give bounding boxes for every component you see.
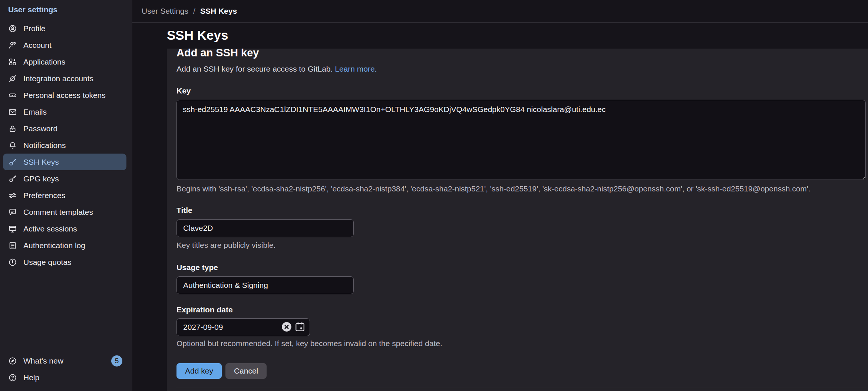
usage-type-value: Authentication & Signing	[183, 281, 268, 290]
expiration-date-input[interactable]	[177, 323, 281, 332]
app-root: User settings Profile Account Applicatio…	[0, 0, 868, 391]
sidebar-item-preferences[interactable]: Preferences	[3, 187, 126, 204]
page-title: SSH Keys	[167, 27, 868, 43]
sidebar-item-label: Emails	[23, 108, 47, 116]
usage-type-select[interactable]: Authentication & Signing	[176, 276, 354, 294]
form-actions: Add key Cancel	[176, 363, 866, 379]
monitor-icon	[8, 224, 17, 233]
sidebar-item-profile[interactable]: Profile	[3, 20, 126, 37]
key-label: Key	[176, 87, 866, 95]
email-icon	[8, 108, 17, 116]
whats-new-count-badge: 5	[111, 355, 122, 367]
sidebar-footer: What's new 5 Help	[0, 352, 132, 391]
sidebar-item-label: Notifications	[23, 141, 66, 150]
sidebar-item-label: SSH Keys	[23, 158, 59, 167]
expiration-date-field[interactable]	[176, 318, 310, 336]
sidebar-item-password[interactable]: Password	[3, 120, 126, 137]
expiration-date-label: Expiration date	[176, 306, 866, 314]
token-icon	[8, 91, 17, 100]
sidebar-item-label: Profile	[23, 24, 46, 33]
bell-icon	[8, 141, 17, 150]
log-icon	[8, 241, 17, 250]
compass-icon	[8, 356, 17, 365]
cancel-button[interactable]: Cancel	[225, 363, 267, 379]
add-ssh-key-panel: Add an SSH key Add an SSH key for secure…	[167, 49, 868, 391]
sidebar-item-label: Help	[23, 373, 39, 382]
calendar-button[interactable]	[294, 321, 306, 333]
sidebar-title: User settings	[8, 5, 132, 14]
ssh-key-textarea[interactable]: ssh-ed25519 AAAAC3NzaC1lZDI1NTE5AAAAIMW3…	[176, 100, 866, 180]
clear-circle-x-icon	[281, 321, 292, 334]
sidebar-item-label: GPG keys	[23, 174, 59, 183]
sidebar-item-label: Integration accounts	[23, 74, 93, 83]
add-key-button[interactable]: Add key	[176, 363, 222, 379]
sidebar-item-help[interactable]: Help	[3, 369, 126, 386]
key-hint: Begins with 'ssh-rsa', 'ecdsa-sha2-nistp…	[176, 184, 866, 193]
key-icon	[8, 158, 17, 167]
sidebar-item-comment-templates[interactable]: Comment templates	[3, 204, 126, 220]
sidebar-item-ssh-keys[interactable]: SSH Keys	[3, 154, 126, 170]
key-icon	[8, 174, 17, 183]
integration-icon	[8, 74, 17, 83]
sidebar-item-integration-accounts[interactable]: Integration accounts	[3, 70, 126, 87]
sidebar-item-label: Applications	[23, 58, 65, 66]
expiration-hint: Optional but recommended. If set, key be…	[176, 339, 866, 348]
sidebar-item-label: Account	[23, 41, 52, 50]
usage-type-label: Usage type	[176, 263, 866, 272]
calendar-icon	[294, 321, 306, 334]
description-text: Add an SSH key for secure access to GitL…	[176, 65, 333, 73]
sidebar-item-label: Password	[23, 124, 57, 133]
breadcrumb-user-settings[interactable]: User Settings	[142, 7, 188, 16]
section-divider	[176, 388, 866, 388]
clear-date-button[interactable]	[281, 321, 293, 333]
sidebar-item-whats-new[interactable]: What's new 5	[3, 352, 126, 369]
applications-icon	[8, 58, 17, 66]
sidebar-item-label: Usage quotas	[23, 258, 72, 267]
title-hint: Key titles are publicly visible.	[176, 241, 866, 250]
sidebar-item-label: Personal access tokens	[23, 91, 106, 100]
section-description: Add an SSH key for secure access to GitL…	[176, 64, 866, 74]
title-input[interactable]	[176, 219, 354, 237]
breadcrumb-separator: /	[193, 7, 195, 16]
lock-icon	[8, 124, 17, 133]
sidebar-item-active-sessions[interactable]: Active sessions	[3, 220, 126, 237]
main-area: User Settings / SSH Keys SSH Keys Add an…	[132, 0, 868, 391]
question-icon	[8, 373, 17, 382]
gauge-icon	[8, 258, 17, 267]
description-suffix: .	[375, 65, 377, 73]
title-label: Title	[176, 206, 866, 214]
profile-icon	[8, 24, 17, 33]
sidebar-item-label: Preferences	[23, 191, 65, 200]
sidebar-item-emails[interactable]: Emails	[3, 104, 126, 120]
section-heading: Add an SSH key	[176, 49, 866, 60]
sidebar-item-label: Active sessions	[23, 224, 77, 233]
sidebar-item-usage-quotas[interactable]: Usage quotas	[3, 254, 126, 270]
settings-sidebar: User settings Profile Account Applicatio…	[0, 0, 132, 391]
sidebar-item-account[interactable]: Account	[3, 37, 126, 53]
sidebar-item-label: Comment templates	[23, 208, 93, 217]
learn-more-link[interactable]: Learn more	[335, 65, 374, 73]
breadcrumb: User Settings / SSH Keys	[132, 0, 868, 23]
sidebar-item-personal-access-tokens[interactable]: Personal access tokens	[3, 87, 126, 104]
comment-icon	[8, 208, 17, 217]
account-icon	[8, 41, 17, 50]
sidebar-item-applications[interactable]: Applications	[3, 53, 126, 70]
sidebar-item-authentication-log[interactable]: Authentication log	[3, 237, 126, 254]
sliders-icon	[8, 191, 17, 200]
sidebar-item-label: Authentication log	[23, 241, 85, 250]
breadcrumb-ssh-keys[interactable]: SSH Keys	[200, 7, 237, 16]
sidebar-item-label: What's new	[23, 356, 63, 365]
sidebar-item-gpg-keys[interactable]: GPG keys	[3, 170, 126, 187]
sidebar-item-notifications[interactable]: Notifications	[3, 137, 126, 154]
sidebar-nav: Profile Account Applications Integration…	[0, 20, 132, 270]
